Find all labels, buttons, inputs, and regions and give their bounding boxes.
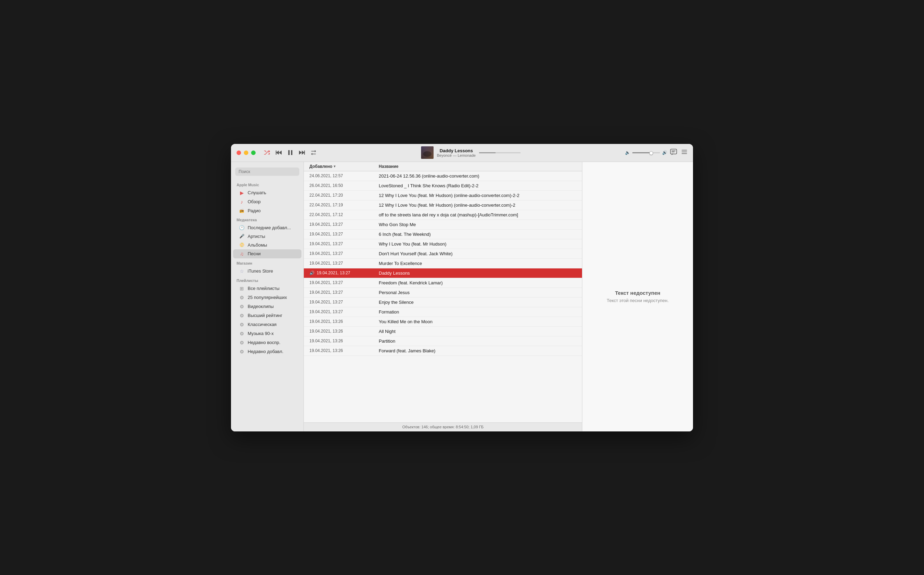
sidebar-item-videos[interactable]: ⚙ Видеоклипы [233,302,302,311]
main-content: Apple Music ▶ Слушать ♪ Обзор 📻 Радио Ме… [231,162,693,431]
shuffle-button[interactable] [264,150,270,155]
browse-icon: ♪ [239,199,245,205]
now-playing: Daddy Lessons Beyoncé — Lemonade [319,146,622,159]
next-button[interactable] [298,150,305,155]
all-playlists-icon: ⊞ [239,286,245,291]
90s-icon: ⚙ [239,331,245,337]
table-row[interactable]: 19.04.2021, 13:27Don't Hurt Yourself (fe… [304,249,582,259]
table-row[interactable]: 19.04.2021, 13:27Freedom (feat. Kendrick… [304,278,582,288]
sidebar-item-label-radio: Радио [248,208,261,213]
listen-icon: ▶ [239,190,245,195]
classic-icon: ⚙ [239,322,245,327]
table-row[interactable]: 19.04.2021, 13:27Murder To Excellence [304,259,582,268]
minimize-button[interactable] [244,151,248,155]
progress-fill [479,152,495,153]
table-row[interactable]: 19.04.2021, 13:27Why I Love You (feat. M… [304,239,582,249]
volume-control: 🔈 🔊 [625,150,667,155]
svg-point-10 [423,151,432,157]
section-label-store: Магазин [231,258,303,267]
table-row[interactable]: 19.04.2021, 13:26Forward (feat. James Bl… [304,346,582,356]
table-header: Добавлено ▾ Название [304,162,582,171]
table-row[interactable]: 19.04.2021, 13:27Who Gon Stop Me [304,220,582,230]
table-row[interactable]: 22.04.2021, 17:1912 Why I Love You (feat… [304,200,582,210]
col-header-date[interactable]: Добавлено ▾ [310,164,379,169]
sidebar-item-classic[interactable]: ⚙ Классическая [233,320,302,329]
repeat-button[interactable] [310,150,317,156]
table-row[interactable]: 24.06.2021, 12:572021-06-24 12.56.36 (on… [304,171,582,181]
maximize-button[interactable] [251,151,256,155]
svg-rect-9 [421,146,433,159]
lyrics-unavailable-title: Текст недоступен [615,290,660,296]
sidebar-item-top-rated[interactable]: ⚙ Высший рейтинг [233,311,302,320]
sidebar-item-recent-played[interactable]: ⚙ Недавно воспр. [233,338,302,347]
sidebar-item-artists[interactable]: 🎤 Артисты [233,232,302,241]
lyrics-button[interactable] [670,149,677,156]
sidebar-item-albums[interactable]: 📀 Альбомы [233,241,302,249]
table-row[interactable]: 19.04.2021, 13:276 Inch (feat. The Weekn… [304,230,582,239]
table-row[interactable]: 22.04.2021, 17:12off to the streets lana… [304,210,582,220]
section-label-playlists: Плейлисты [231,276,303,284]
progress-bar[interactable] [479,152,521,153]
table-row[interactable]: 🔊19.04.2021, 13:27Daddy Lessons [304,268,582,278]
track-title: Daddy Lessons [437,148,476,153]
col-header-title[interactable]: Название [379,164,576,169]
table-row[interactable]: 19.04.2021, 13:27Formation [304,307,582,317]
volume-slider[interactable] [632,152,660,153]
svg-rect-8 [421,146,433,159]
sidebar-item-listen[interactable]: ▶ Слушать [233,188,302,197]
table-row[interactable]: 19.04.2021, 13:27Enjoy the Silence [304,297,582,307]
volume-fill [632,152,652,153]
sidebar-item-label-videos: Видеоклипы [248,304,274,309]
list-view-button[interactable] [681,149,687,156]
sidebar-item-all-playlists[interactable]: ⊞ Все плейлисты [233,284,302,293]
track-info: Daddy Lessons Beyoncé — Lemonade [437,148,476,157]
sidebar-item-recent[interactable]: 🕐 Последние добавл... [233,223,302,232]
table-row[interactable]: 19.04.2021, 13:26All Night [304,327,582,337]
songs-icon: ♫ [239,251,245,257]
search-input[interactable] [235,167,299,176]
sidebar-item-label-listen: Слушать [248,190,267,195]
table-row[interactable]: 26.04.2021, 16:50LoveStoned _ I Think Sh… [304,181,582,191]
albums-icon: 📀 [239,242,245,247]
sidebar-item-recent-added[interactable]: ⚙ Недавно добавл. [233,347,302,356]
section-label-apple-music: Apple Music [231,180,303,188]
sidebar-item-90s[interactable]: ⚙ Музыка 90-х [233,329,302,338]
sidebar-item-browse[interactable]: ♪ Обзор [233,197,302,206]
svg-rect-3 [288,150,290,155]
sidebar-item-label-top-rated: Высший рейтинг [248,313,282,318]
sidebar-item-label-recent: Последние добавл... [248,225,291,230]
status-text: Объектов: 146; общее время: 8:54:50; 1,0… [402,425,484,429]
song-rows[interactable]: 24.06.2021, 12:572021-06-24 12.56.36 (on… [304,171,582,423]
artists-icon: 🎤 [239,234,245,238]
play-pause-button[interactable] [287,150,293,156]
volume-high-icon: 🔊 [662,150,667,155]
previous-button[interactable] [276,150,282,155]
track-artist: Beyoncé — Lemonade [437,153,476,157]
table-row[interactable]: 22.04.2021, 17:2012 Why I Love You (feat… [304,191,582,200]
lyrics-panel: Текст недоступен Текст этой песни недост… [582,162,693,431]
recent-played-icon: ⚙ [239,340,245,345]
sidebar-item-itunes-store[interactable]: ☆ iTunes Store [233,267,302,276]
sidebar-item-songs[interactable]: ♫ Песни [233,249,302,258]
section-label-library: Медиатека [231,215,303,223]
sidebar-item-label-recent-added: Недавно добавл. [248,349,283,354]
svg-marker-1 [276,151,279,155]
sidebar-item-label-songs: Песни [248,251,261,256]
top-rated-icon: ⚙ [239,313,245,318]
svg-marker-5 [299,151,302,155]
table-row[interactable]: 19.04.2021, 13:26You Killed Me on the Mo… [304,317,582,327]
videos-icon: ⚙ [239,304,245,309]
sidebar-item-label-top25: 25 популярнейших [248,295,287,300]
svg-marker-0 [279,151,282,155]
svg-rect-2 [276,151,276,155]
sidebar-item-label-classic: Классическая [248,322,276,327]
sidebar-item-top25[interactable]: ⚙ 25 популярнейших [233,293,302,302]
titlebar-right-controls [670,149,687,156]
table-row[interactable]: 19.04.2021, 13:27Personal Jesus [304,288,582,297]
main-window: Daddy Lessons Beyoncé — Lemonade 🔈 🔊 [231,144,693,431]
sidebar-item-radio[interactable]: 📻 Радио [233,206,302,215]
close-button[interactable] [237,151,241,155]
song-list-panel: Добавлено ▾ Название 24.06.2021, 12:5720… [304,162,582,431]
table-row[interactable]: 19.04.2021, 13:26Partition [304,337,582,346]
status-bar: Объектов: 146; общее время: 8:54:50; 1,0… [304,423,582,431]
